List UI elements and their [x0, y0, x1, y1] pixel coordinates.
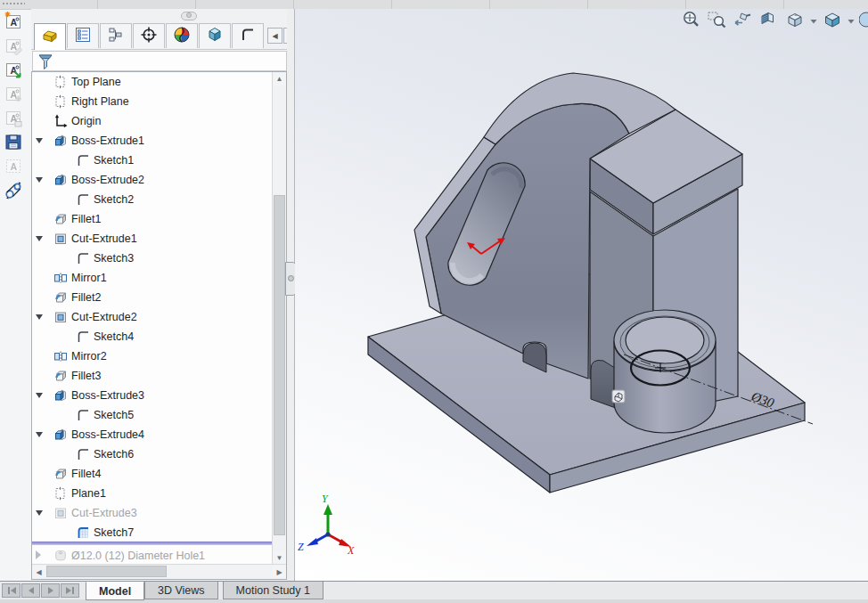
document-tab-bar: Model3D ViewsMotion Study 1 — [0, 581, 868, 599]
scroll-left-button[interactable]: ◀ — [32, 566, 45, 578]
annotation-toolbar: AAAAAA — [0, 11, 29, 278]
graphics-area[interactable]: Ø30 Y Z X — [295, 9, 868, 581]
tree-item-fillet2[interactable]: Fillet2 — [32, 288, 273, 307]
first-sheet-button[interactable] — [2, 583, 20, 598]
horizontal-scroll-thumb[interactable] — [46, 566, 167, 577]
cam-manager-icon — [206, 26, 224, 47]
boss-extrude-icon — [53, 428, 68, 442]
manager-tab-strip: ◀▶ — [31, 22, 287, 50]
tree-item-fillet3[interactable]: Fillet3 — [32, 366, 273, 386]
tree-vertical-scrollbar[interactable]: ▲ ▼ — [272, 72, 286, 565]
tab-featuremanager-design-tree[interactable] — [34, 23, 66, 50]
view-orientation-dropdown[interactable] — [810, 12, 817, 31]
collapse-arrow-icon[interactable] — [36, 138, 43, 143]
tree-item-right-plane[interactable]: Right Plane — [32, 92, 273, 111]
tree-item-sketch2[interactable]: Sketch2 — [32, 190, 273, 209]
tree-item-mirror2[interactable]: Mirror2 — [32, 346, 273, 366]
tree-item-label: Sketch7 — [94, 526, 134, 539]
section-view-icon — [758, 10, 780, 33]
tree-item-label: Sketch4 — [94, 330, 134, 343]
tree-item-mirror1[interactable]: Mirror1 — [32, 268, 273, 288]
collapse-arrow-icon[interactable] — [36, 432, 43, 437]
feature-badge-icon[interactable] — [612, 390, 625, 403]
annotation-pattern-icon: A — [4, 155, 23, 180]
display-manager-icon — [173, 26, 191, 47]
toolbar-grip[interactable] — [2, 2, 25, 5]
fillet-icon — [53, 369, 68, 383]
tab-overflow-tab[interactable] — [232, 23, 264, 48]
display-style-dropdown[interactable] — [848, 12, 855, 31]
mirror-icon — [53, 271, 68, 285]
annotation-lock-icon: A — [4, 107, 23, 132]
tree-item-sketch7[interactable]: Sketch7 — [32, 523, 273, 542]
hidden-partial-button[interactable] — [859, 12, 868, 31]
scroll-up-button[interactable]: ▲ — [273, 72, 286, 86]
tree-item-cut-extrude2[interactable]: Cut-Extrude2 — [32, 307, 273, 327]
tree-item-label: Boss-Extrude2 — [71, 174, 144, 186]
tab-dimxpert-manager[interactable] — [133, 23, 165, 48]
tree-item-fillet1[interactable]: Fillet1 — [32, 209, 273, 229]
expand-arrow-icon[interactable] — [36, 550, 41, 559]
tree-item-sketch4[interactable]: Sketch4 — [32, 327, 273, 346]
tree-item-sketch1[interactable]: Sketch1 — [32, 151, 273, 170]
tab-property-manager[interactable] — [67, 23, 99, 48]
tree-filter-bar[interactable] — [32, 51, 287, 71]
annotation-export-button[interactable]: A — [2, 60, 25, 83]
tree-item-sketch3[interactable]: Sketch3 — [32, 249, 273, 268]
vertical-scroll-thumb[interactable] — [274, 195, 285, 535]
view-orientation-button[interactable] — [784, 12, 806, 31]
tree-horizontal-scrollbar[interactable]: ◀ ▶ — [32, 564, 286, 579]
document-tab-model[interactable]: Model — [86, 582, 144, 600]
tree-item-boss-extrude2[interactable]: Boss-Extrude2 — [32, 170, 273, 190]
display-style-button[interactable] — [822, 12, 843, 31]
boss-extrude-icon — [53, 134, 68, 148]
collapse-arrow-icon[interactable] — [36, 510, 43, 516]
previous-sheet-button[interactable] — [21, 583, 40, 598]
document-tab-3d-views[interactable]: 3D Views — [144, 582, 218, 599]
plane-icon — [53, 486, 68, 501]
scroll-right-button[interactable]: ▶ — [273, 566, 286, 578]
tree-item-label: Fillet2 — [71, 291, 101, 304]
rollback-bar[interactable] — [32, 542, 274, 545]
belt-chain-button[interactable] — [2, 180, 25, 203]
collapse-arrow-icon[interactable] — [36, 177, 43, 183]
next-sheet-button[interactable] — [41, 583, 60, 598]
document-tab-motion-study-1[interactable]: Motion Study 1 — [223, 582, 323, 599]
tree-item-sketch5[interactable]: Sketch5 — [32, 405, 273, 425]
scroll-down-button[interactable]: ▼ — [273, 551, 286, 565]
section-view-button[interactable] — [758, 12, 780, 31]
tab-scroll-left[interactable]: ◀ — [267, 28, 283, 44]
tab-cam-manager[interactable] — [199, 23, 231, 48]
tree-item-boss-extrude1[interactable]: Boss-Extrude1 — [32, 131, 273, 151]
save-table-button[interactable] — [2, 132, 25, 155]
tree-item-boss-extrude3[interactable]: Boss-Extrude3 — [32, 386, 273, 405]
tree-item-top-plane[interactable]: Top Plane — [32, 72, 273, 92]
tree-item-label: Cut-Extrude1 — [71, 232, 137, 245]
cut-extrude-icon — [53, 232, 68, 246]
last-sheet-button[interactable] — [61, 583, 79, 598]
tab-display-manager[interactable] — [166, 23, 198, 48]
panel-collapse-handle[interactable] — [181, 12, 197, 20]
tree-item-label: Sketch3 — [94, 252, 134, 265]
tree-item-sketch6[interactable]: Sketch6 — [32, 444, 273, 464]
tree-item-12-0-12-diameter-hole1[interactable]: Ø12.0 (12) Diameter Hole1 — [32, 546, 273, 565]
fillet-icon — [53, 290, 68, 305]
tree-item-cut-extrude1[interactable]: Cut-Extrude1 — [32, 229, 273, 249]
tree-item-cut-extrude3[interactable]: Cut-Extrude3 — [32, 503, 273, 523]
previous-view-button[interactable] — [733, 12, 754, 31]
zoom-to-area-button[interactable] — [707, 12, 728, 31]
collapse-arrow-icon[interactable] — [36, 236, 43, 241]
tree-item-origin[interactable]: Origin — [32, 111, 273, 131]
annotation-add-button: A — [2, 84, 25, 107]
tab-configuration-manager[interactable] — [100, 23, 132, 48]
tree-item-fillet4[interactable]: Fillet4 — [32, 464, 273, 484]
solidworks-window: { "app": {"name": "SolidWorks part docum… — [0, 0, 868, 603]
triad-x-label: X — [347, 544, 355, 557]
zoom-to-fit-button[interactable] — [681, 12, 702, 31]
tree-item-boss-extrude4[interactable]: Boss-Extrude4 — [32, 425, 273, 444]
annotation-new-button[interactable]: A — [2, 12, 25, 35]
tree-item-plane1[interactable]: Plane1 — [32, 484, 273, 503]
collapse-arrow-icon[interactable] — [36, 314, 43, 320]
zoom-to-fit-icon — [681, 10, 702, 33]
collapse-arrow-icon[interactable] — [36, 393, 43, 398]
